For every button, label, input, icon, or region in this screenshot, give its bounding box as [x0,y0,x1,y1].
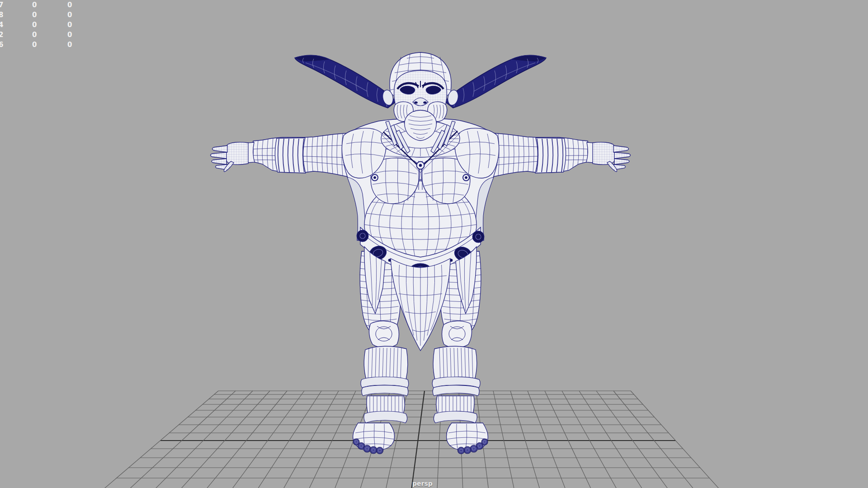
hud-value: 8 [0,11,3,19]
hud-value: 0 [32,1,37,9]
perspective-viewport[interactable]: 700800400200600 persp [0,0,868,488]
hud-value: 0 [67,41,72,48]
hud-value: 4 [0,21,3,28]
hud-value: 7 [0,1,3,9]
left-knee-pad [369,321,399,347]
hud-value: 0 [67,11,72,19]
hud-value: 0 [67,1,72,9]
hud-value: 0 [32,11,37,19]
hud-value: 0 [67,31,72,38]
ground-grid [99,391,723,488]
hud-value: 0 [32,21,37,28]
hud-value: 0 [67,21,72,28]
hud-value: 0 [32,31,37,38]
hud-value: 0 [32,41,37,48]
wireframe-character-model[interactable] [208,52,633,454]
viewport-camera-label: persp [412,480,433,487]
hud-value: 2 [0,31,3,38]
hud-value: 6 [0,41,3,48]
viewport-canvas [0,0,868,488]
